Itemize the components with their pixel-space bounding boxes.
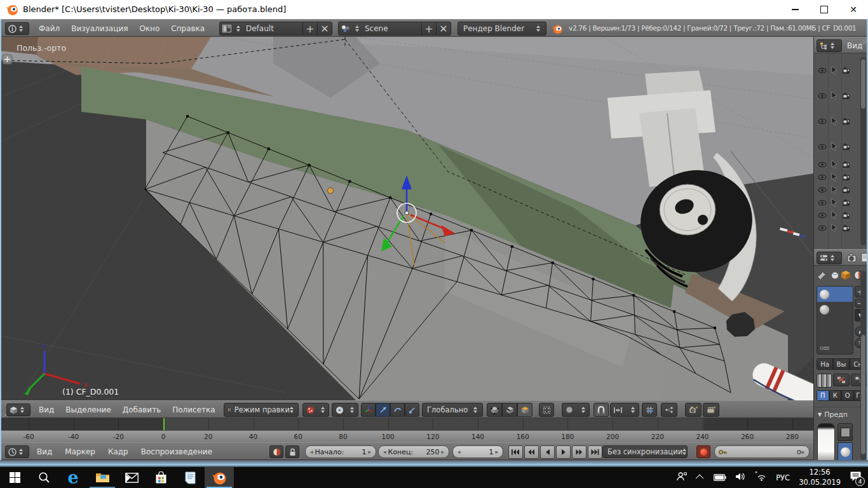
snap-toggle-button[interactable]	[593, 403, 609, 417]
view3d-menu-1[interactable]: Выделение	[65, 405, 111, 414]
pivot-point-dropdown[interactable]	[332, 403, 358, 417]
outliner-view-menu[interactable]: Вид	[847, 41, 862, 50]
viewport-shading-dropdown[interactable]	[302, 403, 329, 417]
editor-type-button-outliner[interactable]	[817, 39, 842, 52]
language-indicator[interactable]: РУС	[776, 473, 790, 482]
visibility-eye-icon[interactable]	[818, 141, 827, 151]
snap-element-dropdown[interactable]	[610, 403, 639, 417]
render-tab-icon[interactable]	[847, 253, 858, 262]
region-expand-button[interactable]	[3, 55, 12, 64]
renderability-camera-icon[interactable]	[842, 172, 851, 182]
assign-button-1[interactable]: Вы	[833, 358, 850, 370]
start-button[interactable]	[0, 467, 29, 488]
outliner-body[interactable]	[814, 53, 868, 250]
play-button[interactable]	[556, 445, 571, 459]
editor-type-button-info[interactable]	[5, 22, 29, 35]
selectability-cursor-icon[interactable]	[831, 159, 837, 169]
opengl-render-anim-button[interactable]: +	[703, 403, 719, 417]
frame-start-field[interactable]: ◂ Начало: 1 ▸	[305, 445, 376, 458]
volume-icon[interactable]	[735, 471, 746, 484]
lock-time-cursor-button[interactable]	[285, 445, 299, 458]
preview-flat-button[interactable]	[837, 423, 853, 441]
taskbar-notepad[interactable]	[175, 467, 205, 488]
manipulator-axes-button[interactable]	[361, 403, 376, 417]
material-slots-list[interactable]	[817, 286, 853, 355]
selectability-cursor-icon[interactable]	[831, 90, 837, 100]
manipulate-center-points-button[interactable]	[661, 403, 677, 417]
close-button[interactable]: ✕	[839, 0, 868, 19]
manipulator-translate-button[interactable]	[376, 403, 390, 417]
renderability-camera-icon[interactable]	[842, 222, 851, 233]
renderability-camera-icon[interactable]	[842, 197, 851, 207]
world-tab-icon[interactable]	[831, 271, 839, 280]
visibility-eye-icon[interactable]	[818, 222, 827, 233]
add-layout-button[interactable]: +	[302, 23, 317, 35]
clock[interactable]: 12:56 30.05.2019	[799, 468, 841, 487]
material-type-button-0[interactable]: П	[817, 390, 829, 401]
viewport-canvas[interactable]: z x Польз.-орто (1) CF_D0.001	[0, 37, 813, 400]
taskbar-store[interactable]	[146, 467, 175, 488]
selectability-cursor-icon[interactable]	[831, 116, 837, 126]
proportional-edit-dropdown[interactable]	[562, 403, 590, 417]
minimize-button[interactable]	[780, 0, 810, 19]
tray-expand-chevron[interactable]	[698, 475, 703, 480]
next-keyframe-button[interactable]	[572, 445, 587, 459]
selectability-cursor-icon[interactable]	[831, 197, 837, 207]
assign-button-0[interactable]: На	[817, 358, 833, 370]
taskbar-mail[interactable]	[117, 467, 146, 488]
visibility-eye-icon[interactable]	[818, 90, 827, 100]
renderability-camera-icon[interactable]	[842, 116, 851, 126]
face-select-button[interactable]	[517, 403, 532, 417]
selectability-cursor-icon[interactable]	[831, 184, 837, 194]
maximize-button[interactable]	[810, 0, 839, 19]
jump-to-end-button[interactable]	[588, 445, 602, 459]
screen-layout-selector[interactable]: Default + ✕	[219, 22, 332, 36]
limit-to-visible-button[interactable]	[539, 403, 554, 417]
editor-type-button-3dview[interactable]	[6, 403, 31, 416]
editor-type-button-properties[interactable]	[817, 252, 842, 264]
timeline-menu-2[interactable]: Кадр	[108, 447, 128, 456]
taskbar-explorer[interactable]	[88, 467, 117, 488]
visibility-eye-icon[interactable]	[818, 159, 827, 169]
mode-dropdown[interactable]: Режим правки	[224, 403, 299, 417]
menu-1[interactable]: Визуализация	[71, 24, 128, 33]
menu-0[interactable]: Файл	[39, 24, 60, 33]
render-engine-dropdown[interactable]: Рендер Blender	[458, 22, 546, 36]
scene-selector[interactable]: Scene + ✕	[338, 22, 451, 36]
play-reverse-button[interactable]	[540, 445, 555, 459]
renderability-camera-icon[interactable]	[842, 90, 851, 100]
wifi-icon[interactable]: *	[755, 471, 767, 484]
people-icon[interactable]	[676, 471, 688, 484]
jump-to-start-button[interactable]	[508, 445, 523, 459]
search-button[interactable]	[29, 467, 58, 488]
renderability-camera-icon[interactable]	[842, 141, 851, 151]
renderability-camera-icon[interactable]	[842, 210, 851, 220]
material-slot-item-active[interactable]	[817, 287, 853, 302]
battery-icon[interactable]	[714, 471, 726, 484]
renderability-camera-icon[interactable]	[842, 184, 851, 194]
vertex-select-button[interactable]	[487, 403, 502, 417]
current-frame-field[interactable]: ◂ 1 ▸	[452, 445, 503, 458]
transform-orientation-dropdown[interactable]: Глобально	[422, 403, 483, 417]
material-type-button-1[interactable]: К	[829, 390, 842, 401]
visibility-eye-icon[interactable]	[818, 116, 827, 126]
add-scene-button[interactable]: +	[421, 23, 436, 35]
delete-scene-button[interactable]: ✕	[436, 23, 451, 35]
unlink-material-button[interactable]	[833, 374, 850, 386]
edge-select-button[interactable]	[502, 403, 517, 417]
menu-2[interactable]: Окно	[139, 24, 159, 33]
visibility-eye-icon[interactable]	[818, 210, 827, 220]
taskbar-blender-active[interactable]	[205, 467, 234, 488]
notification-center-button[interactable]: 4	[850, 471, 862, 484]
properties-scrollbar[interactable]	[860, 271, 866, 460]
preview-range-button[interactable]	[269, 445, 283, 458]
view3d-menu-2[interactable]: Добавить	[123, 405, 161, 414]
selectability-cursor-icon[interactable]	[831, 222, 837, 233]
opengl-render-button[interactable]: +	[685, 403, 702, 417]
visibility-eye-icon[interactable]	[818, 172, 827, 182]
selectability-cursor-icon[interactable]	[831, 141, 837, 151]
selectability-cursor-icon[interactable]	[831, 65, 837, 75]
timeline-menu-1[interactable]: Маркер	[65, 447, 95, 456]
keying-set-field[interactable]	[714, 445, 810, 458]
auto-keyframe-button[interactable]	[696, 445, 710, 458]
